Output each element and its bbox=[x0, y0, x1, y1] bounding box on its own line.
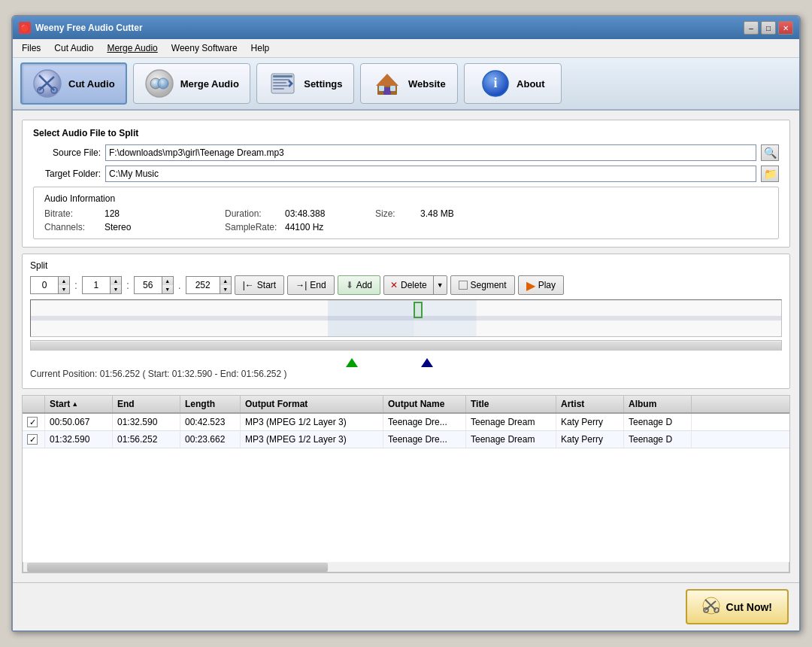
hours-input[interactable] bbox=[31, 277, 58, 293]
table-body: ✓ 00:50.067 01:32.590 00:42.523 MP3 (MPE… bbox=[23, 414, 789, 562]
size-label: Size: bbox=[375, 208, 420, 219]
target-folder-input[interactable] bbox=[105, 166, 756, 182]
minimize-button[interactable]: – bbox=[744, 21, 759, 35]
play-icon: ▶ bbox=[526, 278, 535, 293]
end-button[interactable]: →| End bbox=[287, 275, 334, 295]
row1-check[interactable]: ✓ bbox=[23, 414, 45, 430]
waveform-display[interactable] bbox=[30, 299, 782, 337]
end-marker bbox=[421, 358, 433, 367]
toolbar-website[interactable]: Website bbox=[360, 63, 458, 104]
col-artist[interactable]: Artist bbox=[556, 396, 624, 412]
row2-title: Teenage Dream bbox=[466, 431, 556, 448]
main-content: Select Audio File to Split Source File: … bbox=[13, 111, 799, 582]
svg-marker-15 bbox=[376, 74, 398, 86]
play-button[interactable]: ▶ Play bbox=[518, 275, 564, 295]
close-button[interactable]: ✕ bbox=[778, 21, 793, 35]
col-output-name[interactable]: Output Name bbox=[383, 396, 466, 412]
seconds-up[interactable]: ▲ bbox=[162, 277, 173, 285]
app-icon: 🔴 bbox=[19, 22, 31, 34]
waveform-scrollbar[interactable] bbox=[30, 340, 782, 351]
svg-rect-10 bbox=[273, 79, 289, 80]
start-button[interactable]: |← Start bbox=[235, 275, 284, 295]
maximize-button[interactable]: □ bbox=[761, 21, 776, 35]
about-label: About bbox=[517, 78, 545, 90]
svg-rect-11 bbox=[273, 82, 286, 84]
minutes-up[interactable]: ▲ bbox=[111, 277, 121, 285]
svg-rect-12 bbox=[273, 85, 288, 87]
segment-label: Segment bbox=[471, 280, 507, 290]
cut-audio-icon bbox=[32, 68, 62, 99]
split-section: Split ▲ ▼ : ▲ ▼ : bbox=[22, 254, 790, 389]
row2-checkbox[interactable]: ✓ bbox=[27, 434, 38, 445]
minutes-down[interactable]: ▼ bbox=[111, 285, 121, 293]
ms-up[interactable]: ▲ bbox=[220, 277, 231, 285]
toolbar-settings[interactable]: Settings bbox=[256, 63, 354, 104]
settings-icon bbox=[268, 68, 298, 99]
source-file-input[interactable] bbox=[105, 144, 756, 161]
col-check bbox=[23, 396, 45, 412]
file-select-title: Select Audio File to Split bbox=[33, 128, 779, 138]
row2-format: MP3 (MPEG 1/2 Layer 3) bbox=[241, 431, 383, 448]
hours-down[interactable]: ▼ bbox=[59, 285, 69, 293]
ms-spinner[interactable]: ▲ ▼ bbox=[186, 276, 232, 294]
delete-main[interactable]: ✕ Delete bbox=[384, 278, 433, 292]
col-album[interactable]: Album bbox=[624, 396, 692, 412]
toolbar-merge-audio[interactable]: Merge Audio bbox=[133, 63, 250, 104]
waveform-scrollbar-thumb bbox=[31, 342, 781, 351]
window-title: Weeny Free Audio Cutter bbox=[35, 23, 143, 33]
settings-label: Settings bbox=[304, 78, 342, 90]
toolbar-about[interactable]: i About bbox=[464, 63, 562, 104]
seconds-spinner[interactable]: ▲ ▼ bbox=[134, 276, 174, 294]
source-browse-button[interactable]: 🔍 bbox=[761, 144, 779, 161]
table-row[interactable]: ✓ 01:32.590 01:56.252 00:23.662 MP3 (MPE… bbox=[23, 431, 789, 448]
row2-check[interactable]: ✓ bbox=[23, 431, 45, 448]
table-row[interactable]: ✓ 00:50.067 01:32.590 00:42.523 MP3 (MPE… bbox=[23, 414, 789, 431]
start-marker bbox=[346, 358, 358, 367]
row1-checkbox[interactable]: ✓ bbox=[27, 417, 38, 427]
row1-start: 00:50.067 bbox=[45, 414, 113, 430]
minutes-input[interactable] bbox=[83, 277, 110, 293]
samplerate-label: SampleRate: bbox=[225, 222, 285, 232]
col-length[interactable]: Length bbox=[180, 396, 241, 412]
toolbar-cut-audio[interactable]: Cut Audio bbox=[20, 62, 127, 105]
hours-spinner[interactable]: ▲ ▼ bbox=[30, 276, 70, 294]
delete-dropdown-arrow[interactable]: ▼ bbox=[433, 276, 447, 294]
cut-now-label: Cut Now! bbox=[726, 601, 772, 613]
menu-merge-audio[interactable]: Merge Audio bbox=[101, 41, 163, 56]
menu-weeny-software[interactable]: Weeny Software bbox=[165, 41, 244, 56]
sep3: . bbox=[177, 279, 183, 291]
row1-length: 00:42.523 bbox=[180, 414, 241, 430]
menu-files[interactable]: Files bbox=[16, 41, 47, 56]
delete-icon: ✕ bbox=[390, 280, 398, 290]
segment-checkbox bbox=[459, 281, 468, 290]
seconds-down[interactable]: ▼ bbox=[162, 285, 173, 293]
delete-button[interactable]: ✕ Delete ▼ bbox=[383, 275, 447, 295]
add-button[interactable]: ⬇ Add bbox=[338, 275, 380, 295]
col-end[interactable]: End bbox=[113, 396, 180, 412]
col-start[interactable]: Start ▲ bbox=[45, 396, 113, 412]
source-file-label: Source File: bbox=[33, 147, 101, 158]
hours-up[interactable]: ▲ bbox=[59, 277, 69, 285]
end-icon: →| bbox=[295, 280, 307, 290]
row2-output-name: Teenage Dre... bbox=[383, 431, 466, 448]
ms-down[interactable]: ▼ bbox=[220, 285, 231, 293]
segments-table: Start ▲ End Length Output Format Output … bbox=[22, 395, 790, 573]
size-value: 3.48 MB bbox=[420, 208, 495, 219]
col-format[interactable]: Output Format bbox=[241, 396, 383, 412]
ms-input[interactable] bbox=[186, 277, 220, 293]
seconds-input[interactable] bbox=[135, 277, 162, 293]
website-label: Website bbox=[408, 78, 446, 90]
menu-cut-audio[interactable]: Cut Audio bbox=[48, 41, 99, 56]
table-horizontal-scrollbar[interactable] bbox=[23, 562, 789, 573]
website-icon bbox=[372, 68, 402, 99]
col-title[interactable]: Title bbox=[466, 396, 556, 412]
svg-rect-17 bbox=[379, 86, 384, 91]
target-browse-button[interactable]: 📁 bbox=[761, 166, 779, 182]
minutes-spinner[interactable]: ▲ ▼ bbox=[82, 276, 122, 294]
menu-help[interactable]: Help bbox=[245, 41, 276, 56]
segment-button[interactable]: Segment bbox=[450, 275, 515, 295]
split-title: Split bbox=[30, 260, 782, 271]
cut-now-button[interactable]: Cut Now! bbox=[686, 589, 789, 624]
marker-row bbox=[30, 354, 782, 369]
row1-artist: Katy Perry bbox=[556, 414, 624, 430]
